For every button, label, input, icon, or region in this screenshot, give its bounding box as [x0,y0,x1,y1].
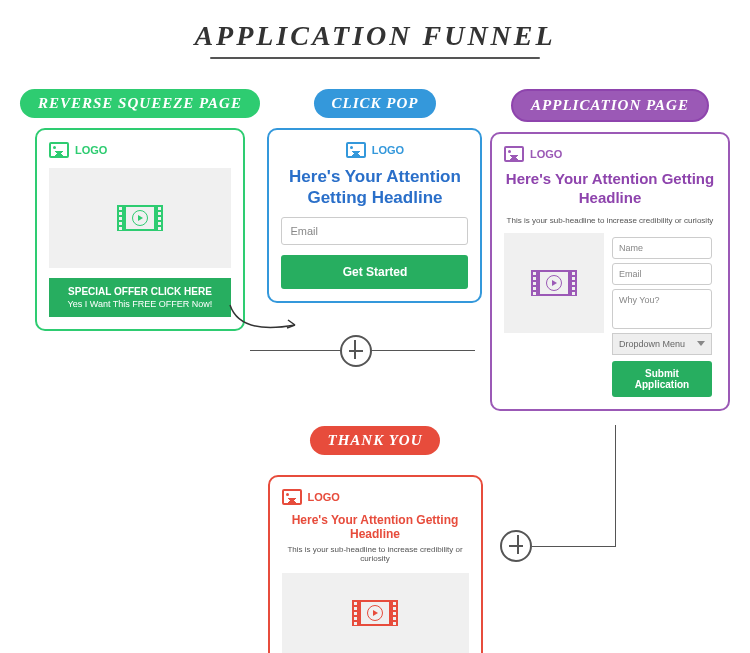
arrow-right-icon [340,335,372,367]
logo-reverse-squeeze: LOGO [49,142,231,158]
image-icon [282,489,302,505]
offer-button-main: SPECIAL OFFER CLICK HERE [53,286,227,297]
diagram-title: APPLICATION FUNNEL [0,20,750,52]
pill-click-pop: CLICK POP [314,89,437,118]
logo-application: LOGO [504,146,716,162]
chevron-down-icon [697,341,705,346]
why-you-input[interactable]: Why You? [612,289,712,329]
email-input[interactable]: Email [281,217,468,245]
logo-thank-you: LOGO [282,489,469,505]
dropdown-label: Dropdown Menu [619,339,685,349]
connector-arrow-curve [225,300,305,340]
title-underline [210,57,540,59]
video-placeholder [504,233,604,333]
pill-reverse-squeeze: REVERSE SQUEEZE PAGE [20,89,260,118]
card-application-page: LOGO Here's Your Attention Getting Headl… [490,132,730,411]
logo-click-pop: LOGO [281,142,468,158]
submit-application-button[interactable]: Submit Application [612,361,712,397]
card-click-pop: LOGO Here's Your Attention Getting Headl… [267,128,482,303]
image-icon [504,146,524,162]
image-icon [49,142,69,158]
video-placeholder [282,573,469,653]
application-headline: Here's Your Attention Getting Headline [504,170,716,208]
logo-text: LOGO [530,148,562,160]
connector-line [615,425,616,547]
logo-text: LOGO [75,144,107,156]
get-started-button[interactable]: Get Started [281,255,468,289]
image-icon [346,142,366,158]
logo-text: LOGO [372,144,404,156]
pill-thank-you: THANK YOU [310,426,441,455]
thank-you-headline: Here's Your Attention Getting Headline [282,513,469,541]
click-pop-headline: Here's Your Attention Getting Headline [281,166,468,209]
arrow-left-icon [500,530,532,562]
application-subhead: This is your sub-headline to increase cr… [504,216,716,225]
thank-you-subhead: This is your sub-headline to increase cr… [282,545,469,563]
special-offer-button[interactable]: SPECIAL OFFER CLICK HERE Yes I Want This… [49,278,231,317]
name-input[interactable]: Name [612,237,712,259]
video-icon [357,600,393,626]
video-icon [122,205,158,231]
video-icon [536,270,572,296]
card-reverse-squeeze: LOGO SPECIAL OFFER CLICK HERE Yes I Want… [35,128,245,331]
video-placeholder [49,168,231,268]
email-input[interactable]: Email [612,263,712,285]
connector-line [532,546,616,547]
offer-button-sub: Yes I Want This FREE OFFER Now! [53,299,227,309]
pill-application-page: APPLICATION PAGE [511,89,709,122]
dropdown-menu[interactable]: Dropdown Menu [612,333,712,355]
card-thank-you: LOGO Here's Your Attention Getting Headl… [268,475,483,654]
logo-text: LOGO [308,491,340,503]
